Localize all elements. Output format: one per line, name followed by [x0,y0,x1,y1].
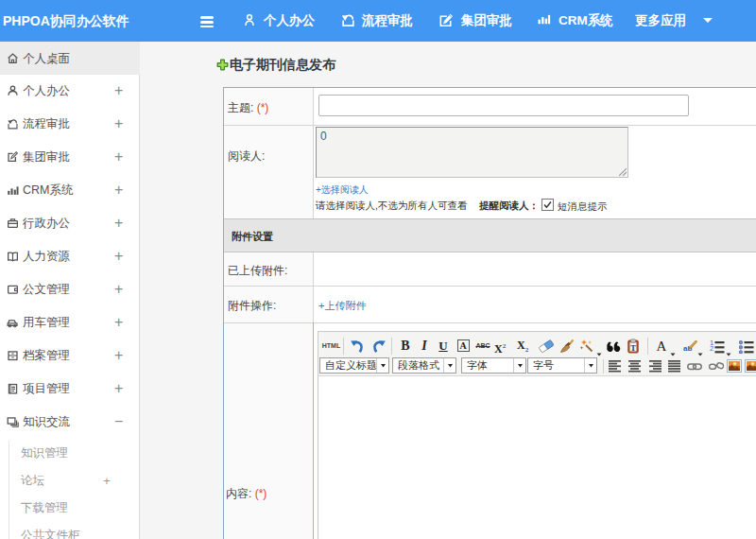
svg-text:T: T [630,342,636,352]
svg-text:2: 2 [710,344,713,353]
